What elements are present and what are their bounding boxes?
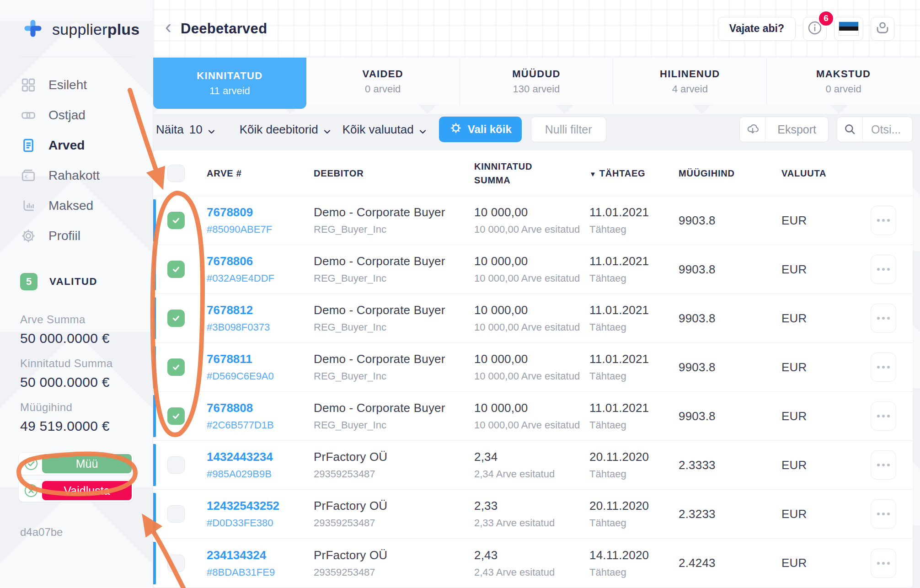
search-input[interactable] xyxy=(863,117,912,142)
table-row[interactable]: 7678811 #D569C6E9A0 Demo - Corporate Buy… xyxy=(153,343,913,392)
due-label: Tähtaeg xyxy=(589,567,679,578)
row-checkbox[interactable] xyxy=(167,212,185,229)
row-checkbox[interactable] xyxy=(167,555,185,572)
amount-status: 10 000,00 Arve esitatud xyxy=(474,224,589,235)
back-chevron-icon[interactable]: ‹ xyxy=(165,17,171,40)
due-label: Tähtaeg xyxy=(589,224,679,235)
due-date: 11.01.2021 xyxy=(589,205,679,219)
currency-code: EUR xyxy=(781,458,850,472)
stat-arve-summa: Arve Summa 50 000.0000 € xyxy=(20,313,153,346)
row-accent-strip xyxy=(153,297,156,339)
dispute-button[interactable]: Vaidlusta xyxy=(42,481,132,500)
sort-descending-icon: ▼ xyxy=(589,170,597,178)
supplierplus-logo[interactable]: supplierplus xyxy=(0,0,153,43)
invoice-link[interactable]: 12432543252 xyxy=(207,499,314,513)
debtor-filter-select[interactable]: Kõik deebitorid xyxy=(240,122,331,137)
row-actions-button[interactable] xyxy=(871,353,896,382)
dispute-action[interactable]: Vaidlusta xyxy=(18,479,134,502)
sidebar-item-rahakott[interactable]: € Rahakott xyxy=(0,160,153,191)
search-box[interactable] xyxy=(837,117,913,142)
row-checkbox[interactable] xyxy=(167,505,185,523)
amount-status: 10 000,00 Arve esitatud xyxy=(474,370,589,382)
row-actions-button[interactable] xyxy=(871,206,896,235)
debtor-name: Demo - Corporate Buyer xyxy=(314,205,474,219)
invoice-link[interactable]: 7678811 xyxy=(207,352,314,366)
sidebar-item-esileht[interactable]: Esileht xyxy=(0,70,153,100)
sidebar-item-label: Esileht xyxy=(48,78,87,92)
row-checkbox[interactable] xyxy=(167,407,185,425)
account-button[interactable] xyxy=(871,17,894,41)
info-button[interactable]: 6 xyxy=(803,17,827,41)
toolbar-right: Eksport xyxy=(739,117,913,142)
sidebar: supplierplus Esileht Ostjad xyxy=(0,0,153,588)
invoice-hash: #3B098F0373 xyxy=(207,321,314,333)
sale-price: 2.3333 xyxy=(679,458,781,472)
check-circle-icon xyxy=(20,454,42,473)
reset-filter-button[interactable]: Nulli filter xyxy=(531,117,606,142)
row-actions-button[interactable] xyxy=(871,549,896,578)
invoice-link[interactable]: 7678809 xyxy=(207,205,314,219)
invoice-link[interactable]: 234134324 xyxy=(207,548,314,562)
debtor-name: Demo - Corporate Buyer xyxy=(314,254,474,268)
tab-hilinenud[interactable]: HILINENUD 4 arveid xyxy=(613,58,767,105)
sell-action[interactable]: Müü xyxy=(18,452,134,475)
invoices-table: ARVE # DEEBITOR KINNITATUD SUMMA ▼TÄHTAE… xyxy=(153,150,913,588)
debtor-registry: REG_Buyer_Inc xyxy=(314,224,474,235)
invoice-link[interactable]: 1432443234 xyxy=(207,450,314,464)
invoice-link[interactable]: 7678806 xyxy=(207,254,314,268)
tab-kinnitatud[interactable]: KINNITATUD 11 arveid xyxy=(153,58,306,109)
table-row[interactable]: 234134324 #8BDAB31FE9 PrFactory OÜ 29359… xyxy=(153,539,913,588)
select-all-checkbox[interactable] xyxy=(167,165,185,182)
column-header-invoice: ARVE # xyxy=(207,166,314,180)
row-actions-button[interactable] xyxy=(871,450,896,480)
row-checkbox[interactable] xyxy=(167,456,185,474)
sidebar-item-arved[interactable]: Arved xyxy=(0,130,153,160)
debtor-registry: 29359253487 xyxy=(314,517,474,529)
export-button[interactable]: Eksport xyxy=(739,117,829,142)
row-accent-strip xyxy=(153,542,156,584)
confirmed-amount: 2,43 xyxy=(474,548,589,562)
row-actions-button[interactable] xyxy=(871,401,896,431)
debtor-name: Demo - Corporate Buyer xyxy=(314,303,474,317)
selected-count-badge: 5 xyxy=(20,273,37,290)
currency-code: EUR xyxy=(781,507,850,521)
due-label: Tähtaeg xyxy=(589,321,679,333)
table-row[interactable]: 7678806 #032A9E4DDF Demo - Corporate Buy… xyxy=(153,245,913,294)
row-actions-button[interactable] xyxy=(871,499,896,529)
invoice-link[interactable]: 7678808 xyxy=(207,401,314,415)
help-button[interactable]: Vajate abi? xyxy=(718,17,796,41)
table-row[interactable]: 1432443234 #985A029B9B PrFactory OÜ 2935… xyxy=(153,441,913,490)
row-actions-button[interactable] xyxy=(871,304,896,333)
invoice-link[interactable]: 7678812 xyxy=(207,303,314,317)
language-button[interactable] xyxy=(834,17,863,41)
amount-status: 10 000,00 Arve esitatud xyxy=(474,419,589,431)
tab-muudud[interactable]: MÜÜDUD 130 arveid xyxy=(460,58,614,105)
sidebar-item-maksed[interactable]: Maksed xyxy=(0,191,153,221)
sell-button[interactable]: Müü xyxy=(42,454,132,473)
confirmed-amount: 10 000,00 xyxy=(474,401,589,415)
tab-makstud[interactable]: MAKSTUD 0 arveid xyxy=(767,58,920,105)
table-body: 7678809 #85090ABE7F Demo - Corporate Buy… xyxy=(153,196,913,588)
page-size-select[interactable]: Näita 10 xyxy=(156,122,215,137)
currency-code: EUR xyxy=(781,360,850,374)
row-checkbox[interactable] xyxy=(167,310,185,327)
supplierplus-logo-icon xyxy=(20,16,46,43)
table-row[interactable]: 7678808 #2C6B577D1B Demo - Corporate Buy… xyxy=(153,392,913,441)
select-all-button[interactable]: Vali kõik xyxy=(439,117,522,142)
due-date: 11.01.2021 xyxy=(589,401,679,415)
table-row[interactable]: 7678809 #85090ABE7F Demo - Corporate Buy… xyxy=(153,196,913,245)
table-row[interactable]: 7678812 #3B098F0373 Demo - Corporate Buy… xyxy=(153,294,913,343)
tab-vaided[interactable]: VAIDED 0 arveid xyxy=(306,58,460,105)
invoice-hash: #985A029B9B xyxy=(207,468,314,480)
currency-filter-select[interactable]: Kõik valuutad xyxy=(342,122,426,137)
sidebar-item-ostjad[interactable]: Ostjad xyxy=(0,100,153,130)
row-checkbox[interactable] xyxy=(167,261,185,278)
sidebar-item-profiil[interactable]: Profiil xyxy=(0,221,153,251)
svg-text:€: € xyxy=(25,173,28,180)
row-actions-button[interactable] xyxy=(871,255,896,284)
table-row[interactable]: 12432543252 #D0D33FE380 PrFactory OÜ 293… xyxy=(153,490,913,539)
due-label: Tähtaeg xyxy=(589,273,679,284)
column-header-due-sortable[interactable]: ▼TÄHTAEG xyxy=(589,166,679,180)
sidebar-item-label: Ostjad xyxy=(48,108,86,123)
row-checkbox[interactable] xyxy=(167,358,185,376)
